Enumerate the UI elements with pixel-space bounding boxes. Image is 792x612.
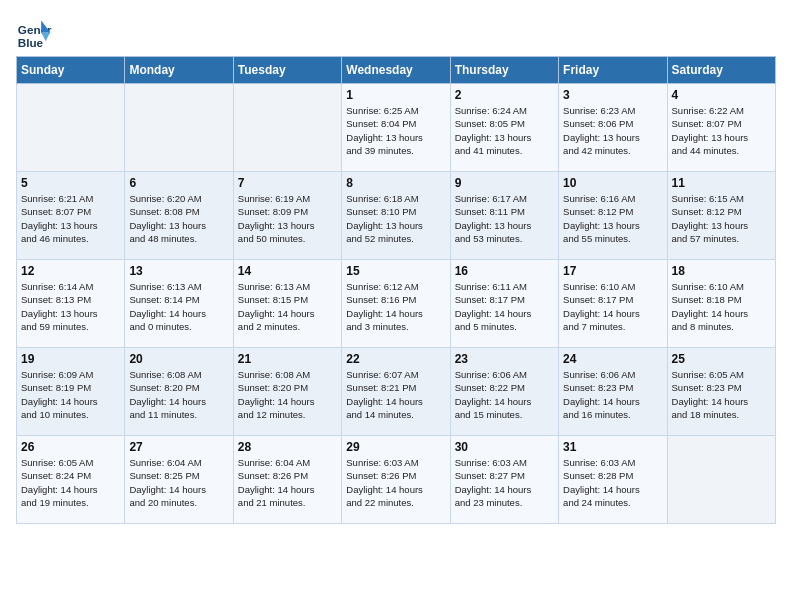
day-info: Sunrise: 6:06 AM Sunset: 8:23 PM Dayligh…: [563, 368, 662, 421]
day-info: Sunrise: 6:16 AM Sunset: 8:12 PM Dayligh…: [563, 192, 662, 245]
calendar-day-cell: 2Sunrise: 6:24 AM Sunset: 8:05 PM Daylig…: [450, 84, 558, 172]
day-info: Sunrise: 6:03 AM Sunset: 8:28 PM Dayligh…: [563, 456, 662, 509]
logo-icon: General Blue: [16, 16, 52, 52]
calendar-week-row: 1Sunrise: 6:25 AM Sunset: 8:04 PM Daylig…: [17, 84, 776, 172]
day-info: Sunrise: 6:08 AM Sunset: 8:20 PM Dayligh…: [129, 368, 228, 421]
day-info: Sunrise: 6:19 AM Sunset: 8:09 PM Dayligh…: [238, 192, 337, 245]
calendar-day-cell: 14Sunrise: 6:13 AM Sunset: 8:15 PM Dayli…: [233, 260, 341, 348]
day-info: Sunrise: 6:04 AM Sunset: 8:25 PM Dayligh…: [129, 456, 228, 509]
day-number: 19: [21, 352, 120, 366]
day-number: 4: [672, 88, 771, 102]
calendar-week-row: 5Sunrise: 6:21 AM Sunset: 8:07 PM Daylig…: [17, 172, 776, 260]
day-number: 14: [238, 264, 337, 278]
day-info: Sunrise: 6:18 AM Sunset: 8:10 PM Dayligh…: [346, 192, 445, 245]
calendar-day-cell: 13Sunrise: 6:13 AM Sunset: 8:14 PM Dayli…: [125, 260, 233, 348]
day-info: Sunrise: 6:24 AM Sunset: 8:05 PM Dayligh…: [455, 104, 554, 157]
day-info: Sunrise: 6:17 AM Sunset: 8:11 PM Dayligh…: [455, 192, 554, 245]
day-info: Sunrise: 6:08 AM Sunset: 8:20 PM Dayligh…: [238, 368, 337, 421]
calendar-day-cell: [667, 436, 775, 524]
day-info: Sunrise: 6:15 AM Sunset: 8:12 PM Dayligh…: [672, 192, 771, 245]
calendar-day-cell: 20Sunrise: 6:08 AM Sunset: 8:20 PM Dayli…: [125, 348, 233, 436]
day-number: 28: [238, 440, 337, 454]
column-header-monday: Monday: [125, 57, 233, 84]
calendar-day-cell: 4Sunrise: 6:22 AM Sunset: 8:07 PM Daylig…: [667, 84, 775, 172]
calendar-day-cell: 18Sunrise: 6:10 AM Sunset: 8:18 PM Dayli…: [667, 260, 775, 348]
day-info: Sunrise: 6:20 AM Sunset: 8:08 PM Dayligh…: [129, 192, 228, 245]
day-number: 24: [563, 352, 662, 366]
calendar-day-cell: 5Sunrise: 6:21 AM Sunset: 8:07 PM Daylig…: [17, 172, 125, 260]
day-info: Sunrise: 6:07 AM Sunset: 8:21 PM Dayligh…: [346, 368, 445, 421]
day-number: 2: [455, 88, 554, 102]
calendar-day-cell: 23Sunrise: 6:06 AM Sunset: 8:22 PM Dayli…: [450, 348, 558, 436]
day-info: Sunrise: 6:23 AM Sunset: 8:06 PM Dayligh…: [563, 104, 662, 157]
calendar-day-cell: 6Sunrise: 6:20 AM Sunset: 8:08 PM Daylig…: [125, 172, 233, 260]
day-info: Sunrise: 6:11 AM Sunset: 8:17 PM Dayligh…: [455, 280, 554, 333]
day-number: 12: [21, 264, 120, 278]
column-header-tuesday: Tuesday: [233, 57, 341, 84]
calendar-day-cell: 21Sunrise: 6:08 AM Sunset: 8:20 PM Dayli…: [233, 348, 341, 436]
day-number: 17: [563, 264, 662, 278]
day-info: Sunrise: 6:09 AM Sunset: 8:19 PM Dayligh…: [21, 368, 120, 421]
day-number: 10: [563, 176, 662, 190]
calendar-week-row: 26Sunrise: 6:05 AM Sunset: 8:24 PM Dayli…: [17, 436, 776, 524]
day-info: Sunrise: 6:10 AM Sunset: 8:17 PM Dayligh…: [563, 280, 662, 333]
day-info: Sunrise: 6:05 AM Sunset: 8:23 PM Dayligh…: [672, 368, 771, 421]
day-number: 25: [672, 352, 771, 366]
day-number: 5: [21, 176, 120, 190]
logo: General Blue: [16, 16, 52, 52]
calendar-day-cell: 30Sunrise: 6:03 AM Sunset: 8:27 PM Dayli…: [450, 436, 558, 524]
calendar-day-cell: 7Sunrise: 6:19 AM Sunset: 8:09 PM Daylig…: [233, 172, 341, 260]
day-number: 30: [455, 440, 554, 454]
day-number: 1: [346, 88, 445, 102]
day-number: 26: [21, 440, 120, 454]
day-number: 29: [346, 440, 445, 454]
calendar-week-row: 12Sunrise: 6:14 AM Sunset: 8:13 PM Dayli…: [17, 260, 776, 348]
day-info: Sunrise: 6:13 AM Sunset: 8:15 PM Dayligh…: [238, 280, 337, 333]
day-info: Sunrise: 6:13 AM Sunset: 8:14 PM Dayligh…: [129, 280, 228, 333]
calendar-day-cell: 25Sunrise: 6:05 AM Sunset: 8:23 PM Dayli…: [667, 348, 775, 436]
calendar-week-row: 19Sunrise: 6:09 AM Sunset: 8:19 PM Dayli…: [17, 348, 776, 436]
day-number: 11: [672, 176, 771, 190]
day-number: 20: [129, 352, 228, 366]
calendar-day-cell: [17, 84, 125, 172]
day-info: Sunrise: 6:25 AM Sunset: 8:04 PM Dayligh…: [346, 104, 445, 157]
column-header-wednesday: Wednesday: [342, 57, 450, 84]
page-header: General Blue: [16, 16, 776, 52]
calendar-table: SundayMondayTuesdayWednesdayThursdayFrid…: [16, 56, 776, 524]
column-header-saturday: Saturday: [667, 57, 775, 84]
calendar-day-cell: 19Sunrise: 6:09 AM Sunset: 8:19 PM Dayli…: [17, 348, 125, 436]
calendar-day-cell: 8Sunrise: 6:18 AM Sunset: 8:10 PM Daylig…: [342, 172, 450, 260]
svg-text:Blue: Blue: [18, 36, 44, 49]
day-info: Sunrise: 6:05 AM Sunset: 8:24 PM Dayligh…: [21, 456, 120, 509]
day-number: 9: [455, 176, 554, 190]
column-header-sunday: Sunday: [17, 57, 125, 84]
calendar-day-cell: 22Sunrise: 6:07 AM Sunset: 8:21 PM Dayli…: [342, 348, 450, 436]
calendar-day-cell: 24Sunrise: 6:06 AM Sunset: 8:23 PM Dayli…: [559, 348, 667, 436]
calendar-day-cell: 3Sunrise: 6:23 AM Sunset: 8:06 PM Daylig…: [559, 84, 667, 172]
day-info: Sunrise: 6:03 AM Sunset: 8:26 PM Dayligh…: [346, 456, 445, 509]
calendar-day-cell: 15Sunrise: 6:12 AM Sunset: 8:16 PM Dayli…: [342, 260, 450, 348]
day-info: Sunrise: 6:21 AM Sunset: 8:07 PM Dayligh…: [21, 192, 120, 245]
day-number: 7: [238, 176, 337, 190]
calendar-header-row: SundayMondayTuesdayWednesdayThursdayFrid…: [17, 57, 776, 84]
calendar-day-cell: 29Sunrise: 6:03 AM Sunset: 8:26 PM Dayli…: [342, 436, 450, 524]
day-number: 6: [129, 176, 228, 190]
calendar-day-cell: 16Sunrise: 6:11 AM Sunset: 8:17 PM Dayli…: [450, 260, 558, 348]
calendar-day-cell: 12Sunrise: 6:14 AM Sunset: 8:13 PM Dayli…: [17, 260, 125, 348]
day-number: 15: [346, 264, 445, 278]
calendar-day-cell: 17Sunrise: 6:10 AM Sunset: 8:17 PM Dayli…: [559, 260, 667, 348]
calendar-day-cell: 31Sunrise: 6:03 AM Sunset: 8:28 PM Dayli…: [559, 436, 667, 524]
day-number: 13: [129, 264, 228, 278]
day-number: 31: [563, 440, 662, 454]
column-header-thursday: Thursday: [450, 57, 558, 84]
day-number: 21: [238, 352, 337, 366]
day-info: Sunrise: 6:04 AM Sunset: 8:26 PM Dayligh…: [238, 456, 337, 509]
column-header-friday: Friday: [559, 57, 667, 84]
day-number: 16: [455, 264, 554, 278]
day-number: 18: [672, 264, 771, 278]
calendar-day-cell: 1Sunrise: 6:25 AM Sunset: 8:04 PM Daylig…: [342, 84, 450, 172]
calendar-day-cell: 11Sunrise: 6:15 AM Sunset: 8:12 PM Dayli…: [667, 172, 775, 260]
calendar-day-cell: [233, 84, 341, 172]
day-number: 8: [346, 176, 445, 190]
day-info: Sunrise: 6:10 AM Sunset: 8:18 PM Dayligh…: [672, 280, 771, 333]
